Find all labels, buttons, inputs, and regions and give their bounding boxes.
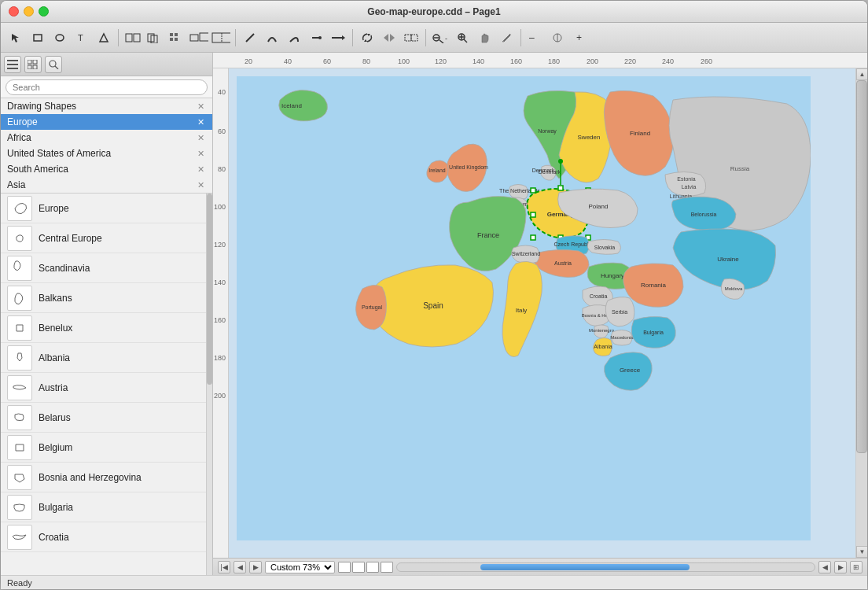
scroll-thumb-right [856, 80, 867, 453]
sep3 [352, 29, 353, 46]
pen-tool[interactable] [496, 28, 517, 48]
search-input[interactable] [6, 79, 208, 95]
arc-tool[interactable] [284, 28, 304, 48]
shape-tool[interactable] [94, 28, 114, 48]
title-bar: Geo-map-europe.cdd – Page1 [1, 1, 867, 23]
shape-item-bosnia[interactable]: Bosnia and Herzegovina [1, 463, 206, 492]
sidebar: Drawing Shapes ✕ Europe ✕ Africa ✕ Unite… [1, 53, 213, 575]
shape-item-central-europe[interactable]: Central Europe [1, 223, 206, 253]
scroll-right-btn[interactable]: ▶ [834, 561, 847, 573]
shape-item-belgium[interactable]: Belgium [1, 433, 206, 463]
page-icon-2[interactable] [352, 562, 365, 573]
close-africa[interactable]: ✕ [195, 132, 206, 143]
page-tool1[interactable] [123, 28, 143, 48]
rotate-tool[interactable] [357, 28, 377, 48]
category-drawing-shapes[interactable]: Drawing Shapes ✕ [1, 98, 212, 114]
svg-text:Norway: Norway [538, 128, 557, 135]
curve-tool[interactable] [262, 28, 282, 48]
svg-text:Czech Republic: Czech Republic [554, 242, 593, 248]
category-europe[interactable]: Europe ✕ [1, 114, 212, 130]
select-tool[interactable] [6, 28, 26, 48]
hand-tool[interactable] [474, 28, 495, 48]
svg-text:Russia: Russia [730, 165, 750, 172]
zoom-minus[interactable]: – [525, 28, 546, 48]
zoom-plus[interactable]: + [569, 28, 590, 48]
category-south-america[interactable]: South America ✕ [1, 161, 212, 177]
page-first-btn[interactable]: |◀ [218, 561, 230, 573]
rect-tool[interactable] [28, 28, 48, 48]
shape-item-benelux[interactable]: Benelux [1, 313, 206, 343]
page-tool2[interactable] [145, 28, 165, 48]
svg-text:Moldova: Moldova [725, 286, 743, 291]
zoom-select[interactable]: Custom 73% [265, 561, 335, 573]
shape-icon-albania [7, 345, 32, 371]
close-asia[interactable]: ✕ [195, 179, 206, 190]
svg-text:Ukraine: Ukraine [717, 256, 739, 263]
svg-rect-38 [7, 64, 18, 65]
page-next-btn[interactable]: ▶ [249, 561, 262, 573]
svg-rect-11 [175, 38, 178, 41]
svg-text:Albania: Albania [594, 344, 612, 349]
line-tool[interactable] [240, 28, 260, 48]
category-usa[interactable]: United States of America ✕ [1, 146, 212, 161]
close-usa[interactable]: ✕ [195, 148, 206, 159]
horizontal-scrollbar[interactable] [396, 562, 815, 572]
sidebar-search-btn[interactable] [45, 56, 62, 73]
shape-item-belarus[interactable]: Belarus [1, 403, 206, 433]
shape-item-scandinavia[interactable]: Scandinavia [1, 253, 206, 283]
zoom-icon[interactable] [452, 28, 473, 48]
scrollbar-right[interactable]: ▲ ▼ [855, 68, 867, 558]
view-options-btn[interactable]: ⊞ [850, 561, 862, 573]
shape-item-albania[interactable]: Albania [1, 343, 206, 373]
connector-tool[interactable] [306, 28, 326, 48]
grid-tool[interactable] [167, 28, 187, 48]
category-africa[interactable]: Africa ✕ [1, 130, 212, 146]
svg-marker-3 [100, 34, 108, 42]
svg-text:Iceland: Iceland [281, 102, 302, 109]
map-canvas[interactable]: Iceland Sweden Finland Russia [229, 68, 855, 558]
shape-item-croatia[interactable]: Croatia [1, 522, 206, 552]
zoom-slider-icon [547, 28, 568, 48]
svg-rect-41 [33, 60, 37, 64]
ellipse-tool[interactable] [50, 28, 70, 48]
svg-text:Hungary: Hungary [601, 272, 624, 279]
svg-line-30 [464, 39, 467, 42]
scroll-down-btn[interactable]: ▼ [856, 546, 867, 558]
svg-text:Croatia: Croatia [590, 293, 608, 299]
shape-icon-benelux [7, 315, 32, 341]
sidebar-list-btn[interactable] [4, 56, 21, 73]
minimize-button[interactable] [24, 6, 34, 17]
flip-tool[interactable] [211, 28, 231, 48]
close-europe[interactable]: ✕ [195, 116, 206, 127]
page-icon-4[interactable] [381, 562, 393, 573]
arrow-tool[interactable] [328, 28, 348, 48]
scroll-up-btn[interactable]: ▲ [856, 68, 867, 80]
sidebar-grid-btn[interactable] [24, 56, 42, 73]
close-button[interactable] [9, 6, 19, 17]
page-icon-3[interactable] [366, 562, 379, 573]
page-prev-btn[interactable]: ◀ [234, 561, 246, 573]
sidebar-scrollbar[interactable] [206, 194, 212, 575]
svg-rect-4 [126, 34, 132, 42]
svg-rect-8 [170, 33, 173, 36]
category-asia[interactable]: Asia ✕ [1, 177, 212, 193]
page-icon-1[interactable] [338, 562, 351, 573]
shape-item-austria[interactable]: Austria [1, 373, 206, 403]
ruler-left: 40 60 80 100 120 140 160 180 200 [213, 68, 229, 558]
zoom-out[interactable]: - [430, 28, 451, 48]
shape-icon-scandinavia [7, 256, 32, 281]
shape-item-balkans[interactable]: Balkans [1, 283, 206, 313]
flip-h-tool[interactable] [379, 28, 399, 48]
group-tool[interactable] [401, 28, 421, 48]
close-drawing-shapes[interactable]: ✕ [195, 101, 206, 112]
close-south-america[interactable]: ✕ [195, 164, 206, 175]
text-tool[interactable]: T [72, 28, 92, 48]
shape-item-europe[interactable]: Europe [1, 194, 206, 223]
arrange-tool[interactable] [189, 28, 209, 48]
shape-item-bulgaria[interactable]: Bulgaria [1, 492, 206, 522]
scroll-track-right[interactable] [856, 80, 867, 546]
shape-list: Europe Central Europe [1, 194, 206, 575]
maximize-button[interactable] [39, 6, 49, 17]
svg-text:France: France [477, 231, 499, 239]
scroll-left-btn[interactable]: ◀ [818, 561, 831, 573]
